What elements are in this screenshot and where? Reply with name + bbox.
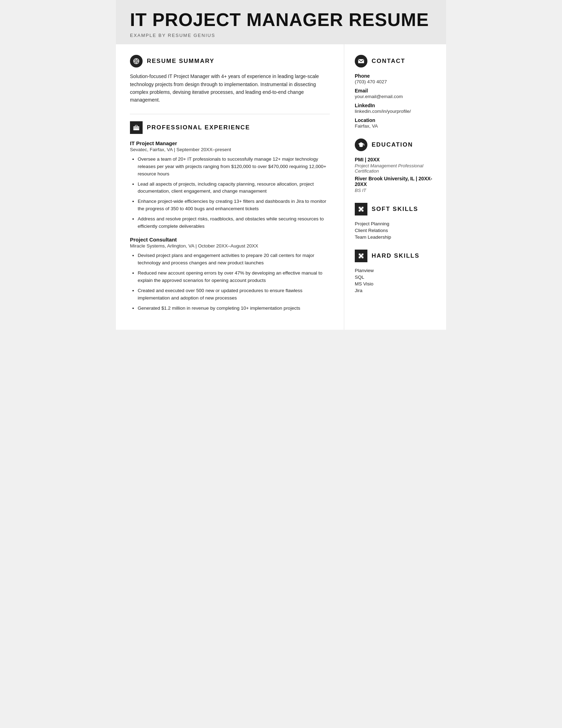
education-section-header: EDUCATION [355, 138, 436, 151]
side-column: CONTACT Phone (703) 470 4027 Email your.… [344, 44, 446, 329]
hard-skills-section: HARD SKILLS Planview SQL MS Visio Jira [355, 250, 436, 293]
job-2-bullets: Devised project plans and engagement act… [130, 252, 330, 312]
edu-entry-2: River Brook University, IL | 20XX-20XX B… [355, 176, 436, 193]
soft-skill-1: Project Planning [355, 221, 436, 226]
contact-icon [355, 55, 367, 67]
contact-section-header: CONTACT [355, 55, 436, 67]
email-value: your.email@email.com [355, 94, 436, 99]
soft-skills-section-label: SOFT SKILLS [372, 206, 418, 213]
job-2-company: Miracle Systems, Arlington, VA | October… [130, 243, 330, 249]
svg-point-2 [136, 61, 137, 62]
briefcase-icon [133, 124, 140, 131]
edu-entry-1: PMI | 20XX Project Management Profession… [355, 157, 436, 174]
hard-skill-3: MS Visio [355, 281, 436, 286]
envelope-icon [358, 58, 365, 65]
resume-subtitle: EXAMPLE BY RESUME GENIUS [130, 33, 432, 38]
svg-rect-7 [133, 126, 139, 130]
target-icon [133, 58, 140, 65]
soft-skill-3: Team Leadership [355, 234, 436, 240]
experience-icon [130, 121, 143, 134]
list-item: Generated $1.2 million in revenue by com… [138, 305, 330, 312]
hard-skills-section-label: HARD SKILLS [372, 252, 419, 259]
summary-section: RESUME SUMMARY Solution-focused IT Proje… [130, 55, 330, 104]
header-banner: IT PROJECT MANAGER RESUME EXAMPLE BY RES… [116, 0, 446, 44]
list-item: Oversee a team of 20+ IT professionals t… [138, 156, 330, 178]
linkedin-value: linkedin.com/in/yourprofile/ [355, 109, 436, 114]
summary-section-header: RESUME SUMMARY [130, 55, 330, 67]
job-2: Project Consultant Miracle Systems, Arli… [130, 237, 330, 312]
summary-section-label: RESUME SUMMARY [147, 58, 215, 65]
summary-text: Solution-focused IT Project Manager with… [130, 72, 330, 104]
list-item: Enhance project-wide efficiencies by cre… [138, 198, 330, 213]
hard-skills-icon [355, 250, 367, 262]
list-item: Devised project plans and engagement act… [138, 252, 330, 267]
location-value: Fairfax, VA [355, 123, 436, 129]
puzzle-icon [358, 206, 365, 213]
soft-skills-section: SOFT SKILLS Project Planning Client Rela… [355, 203, 436, 240]
linkedin-label: LinkedIn [355, 103, 436, 108]
experience-section-header: PROFESSIONAL EXPERIENCE [130, 121, 330, 134]
soft-skills-icon [355, 203, 367, 215]
experience-section-label: PROFESSIONAL EXPERIENCE [147, 124, 250, 131]
edu-2-institution: River Brook University, IL | 20XX-20XX [355, 176, 436, 187]
hard-skills-section-header: HARD SKILLS [355, 250, 436, 262]
education-section-label: EDUCATION [372, 141, 413, 148]
hard-skill-2: SQL [355, 275, 436, 280]
resume-page: IT PROJECT MANAGER RESUME EXAMPLE BY RES… [116, 0, 446, 330]
content-area: RESUME SUMMARY Solution-focused IT Proje… [116, 44, 446, 329]
edu-2-field: BS IT [355, 188, 436, 193]
list-item: Address and resolve project risks, roadb… [138, 215, 330, 230]
job-2-title: Project Consultant [130, 237, 330, 243]
edu-1-field: Project Management Professional Certific… [355, 163, 436, 174]
soft-skills-section-header: SOFT SKILLS [355, 203, 436, 215]
email-label: Email [355, 88, 436, 94]
location-label: Location [355, 117, 436, 123]
resume-title: IT PROJECT MANAGER RESUME [130, 10, 432, 30]
main-column: RESUME SUMMARY Solution-focused IT Proje… [116, 44, 344, 329]
education-section: EDUCATION PMI | 20XX Project Management … [355, 138, 436, 193]
puzzle2-icon [358, 252, 365, 259]
contact-section: CONTACT Phone (703) 470 4027 Email your.… [355, 55, 436, 129]
hard-skill-4: Jira [355, 288, 436, 293]
divider-1 [130, 114, 330, 114]
contact-section-label: CONTACT [372, 58, 405, 65]
job-1-company: Sevatec, Fairfax, VA | September 20XX–pr… [130, 147, 330, 152]
job-1: IT Project Manager Sevatec, Fairfax, VA … [130, 140, 330, 230]
summary-icon [130, 55, 143, 67]
education-icon [355, 138, 367, 151]
graduation-icon [358, 141, 365, 148]
soft-skill-2: Client Relations [355, 228, 436, 233]
list-item: Created and executed over 500 new or upd… [138, 287, 330, 302]
svg-rect-9 [358, 59, 364, 63]
list-item: Lead all aspects of projects, including … [138, 181, 330, 195]
list-item: Reduced new account opening errors by ov… [138, 270, 330, 284]
phone-value: (703) 470 4027 [355, 79, 436, 84]
job-1-bullets: Oversee a team of 20+ IT professionals t… [130, 156, 330, 230]
edu-1-institution: PMI | 20XX [355, 157, 436, 162]
phone-label: Phone [355, 73, 436, 79]
experience-section: PROFESSIONAL EXPERIENCE IT Project Manag… [130, 121, 330, 312]
job-1-title: IT Project Manager [130, 140, 330, 146]
hard-skill-1: Planview [355, 268, 436, 273]
